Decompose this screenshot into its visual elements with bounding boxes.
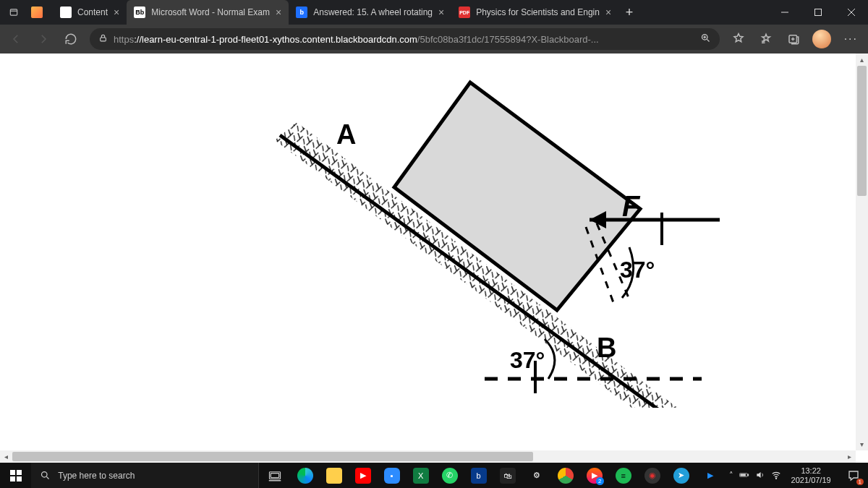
svg-point-19 <box>42 472 48 478</box>
physics-diagram: A F 37° B 37° <box>268 68 731 408</box>
svg-marker-7 <box>394 82 640 310</box>
nav-back[interactable] <box>3 27 29 51</box>
tab-strip: Content × Bb Microsoft Word - Normal Exa… <box>53 0 768 25</box>
tab-label: Physics for Scientists and Engin <box>476 7 600 17</box>
app-excel[interactable]: X <box>407 463 435 488</box>
tab-word-exam[interactable]: Bb Microsoft Word - Normal Exam × <box>127 0 289 25</box>
battery-icon[interactable] <box>739 470 749 481</box>
app-whatsapp[interactable]: ✆ <box>435 463 464 488</box>
tab-physics-pdf[interactable]: PDF Physics for Scientists and Engin × <box>451 0 618 25</box>
window-close[interactable] <box>835 0 868 25</box>
scroll-thumb[interactable] <box>12 452 533 461</box>
app-bartleby[interactable]: b <box>464 463 493 488</box>
close-icon[interactable]: × <box>605 7 611 17</box>
svg-rect-18 <box>17 476 22 481</box>
taskbar-apps: ▶ ▪ X ✆ b 🛍 ⚙ ▶2 ≡ ◉ ➤ ▶ <box>291 463 725 488</box>
nav-refresh[interactable] <box>58 27 84 51</box>
app-zoom[interactable]: ▪ <box>378 463 407 488</box>
profile-avatar[interactable] <box>812 30 831 48</box>
scroll-down-arrow[interactable]: ▾ <box>856 438 868 450</box>
svg-rect-25 <box>740 474 745 475</box>
search-icon <box>40 470 51 481</box>
workspace-indicator[interactable] <box>31 0 53 25</box>
url-text: https://learn-eu-central-1-prod-fleet01-… <box>114 34 694 45</box>
start-button[interactable] <box>0 463 31 488</box>
scroll-thumb[interactable] <box>857 66 867 196</box>
action-center[interactable]: 1 <box>840 463 868 488</box>
search-placeholder: Type here to search <box>58 471 135 481</box>
favorites-button[interactable] <box>753 27 779 51</box>
close-icon[interactable]: × <box>276 7 281 17</box>
favicon-bb: Bb <box>134 7 145 18</box>
lock-icon <box>98 33 108 45</box>
horizontal-scrollbar[interactable]: ◂ ▸ <box>0 450 856 463</box>
svg-rect-0 <box>10 9 17 15</box>
app-edge[interactable] <box>291 463 320 488</box>
close-icon[interactable]: × <box>114 7 119 17</box>
scroll-left-arrow[interactable]: ◂ <box>0 450 12 463</box>
date-text: 2021/07/19 <box>791 476 831 485</box>
task-view-button[interactable] <box>259 463 290 488</box>
more-menu[interactable]: ··· <box>837 33 865 46</box>
svg-point-26 <box>775 478 776 479</box>
favicon-pdf: PDF <box>459 7 470 18</box>
tab-content[interactable]: Content × <box>53 0 127 25</box>
scroll-up-arrow[interactable]: ▴ <box>856 53 868 66</box>
window-minimize[interactable] <box>768 0 801 25</box>
favicon-bartleby: b <box>296 7 307 18</box>
tab-label: Content <box>77 7 108 17</box>
nav-forward[interactable] <box>30 27 56 51</box>
svg-rect-17 <box>10 476 15 481</box>
svg-rect-21 <box>271 473 278 477</box>
scroll-right-arrow[interactable]: ▸ <box>843 450 856 463</box>
app-groove[interactable]: ▶2 <box>580 463 609 488</box>
address-bar[interactable]: https://learn-eu-central-1-prod-fleet01-… <box>90 28 720 50</box>
shopping-button[interactable] <box>726 27 752 51</box>
zoom-icon[interactable] <box>700 33 711 46</box>
label-A: A <box>336 119 356 150</box>
taskbar-search[interactable]: Type here to search <box>31 463 259 488</box>
app-spotify[interactable]: ≡ <box>609 463 638 488</box>
app-media[interactable]: ▶ <box>696 463 725 488</box>
label-B: B <box>597 333 616 363</box>
close-icon[interactable]: × <box>438 7 444 17</box>
svg-rect-16 <box>17 470 22 475</box>
page-content: A F 37° B 37° <box>0 53 856 450</box>
volume-icon[interactable] <box>755 470 765 481</box>
tab-label: Microsoft Word - Normal Exam <box>151 7 270 17</box>
vertical-scrollbar[interactable]: ▴ ▾ <box>856 53 868 450</box>
scroll-track[interactable] <box>12 450 843 463</box>
tab-actions-button[interactable] <box>0 0 27 25</box>
tab-answered[interactable]: b Answered: 15. A wheel rotating × <box>289 0 451 25</box>
app-file-explorer[interactable] <box>320 463 349 488</box>
svg-rect-1 <box>815 9 822 16</box>
scroll-track[interactable] <box>856 66 868 438</box>
tab-label: Answered: 15. A wheel rotating <box>313 7 433 17</box>
system-tray[interactable]: ˄ 13:22 2021/07/19 <box>725 466 840 484</box>
angle-incline: 37° <box>510 347 545 373</box>
wifi-icon[interactable] <box>771 470 781 481</box>
svg-rect-2 <box>101 38 106 41</box>
label-F: F <box>622 190 641 222</box>
svg-rect-24 <box>747 474 748 475</box>
collections-button[interactable] <box>780 27 807 51</box>
notification-badge: 1 <box>856 479 864 485</box>
app-chrome[interactable] <box>551 463 580 488</box>
app-youtube[interactable]: ▶ <box>349 463 378 488</box>
app-telegram[interactable]: ➤ <box>667 463 696 488</box>
app-camera[interactable]: ◉ <box>638 463 667 488</box>
window-maximize[interactable] <box>801 0 835 25</box>
time-text: 13:22 <box>791 466 831 476</box>
svg-rect-15 <box>10 470 15 475</box>
angle-F: 37° <box>620 257 655 283</box>
clock[interactable]: 13:22 2021/07/19 <box>787 466 835 484</box>
new-tab-button[interactable]: + <box>618 0 640 25</box>
app-settings[interactable]: ⚙ <box>522 463 551 488</box>
svg-rect-22 <box>269 480 281 481</box>
tray-expand[interactable]: ˄ <box>729 471 733 480</box>
app-ms-store[interactable]: 🛍 <box>493 463 522 488</box>
